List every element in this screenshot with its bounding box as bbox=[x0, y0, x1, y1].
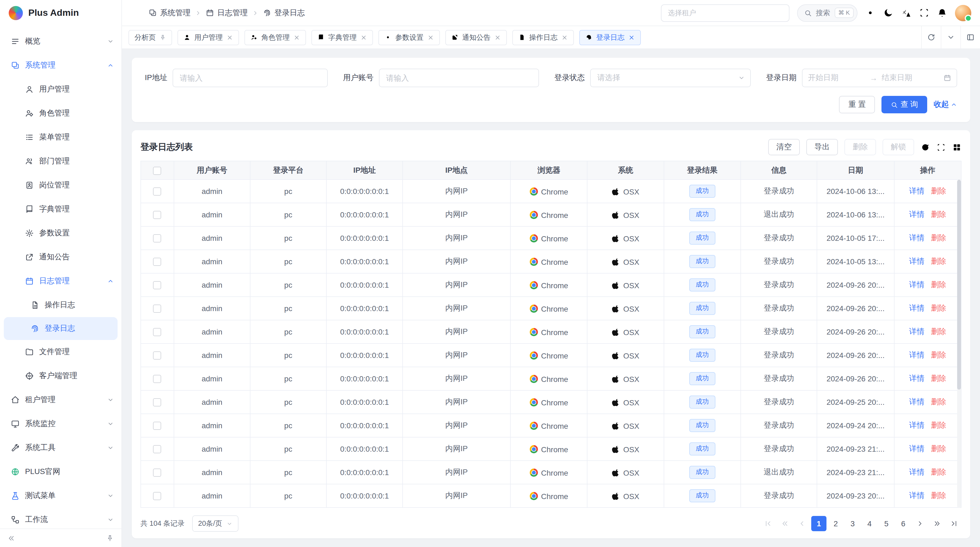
detail-link[interactable]: 详情 bbox=[909, 210, 924, 218]
sidebar-item-client-mgmt[interactable]: 客户端管理 bbox=[0, 364, 121, 388]
close-icon[interactable] bbox=[494, 34, 501, 41]
next-page-button[interactable] bbox=[913, 516, 928, 531]
delete-link[interactable]: 删除 bbox=[931, 397, 946, 406]
query-button[interactable]: 查 询 bbox=[881, 96, 927, 113]
row-checkbox[interactable] bbox=[153, 422, 161, 430]
unlock-button[interactable]: 解锁 bbox=[883, 139, 914, 155]
close-icon[interactable] bbox=[561, 34, 568, 41]
close-icon[interactable] bbox=[628, 34, 635, 41]
sidebar-item-login-log[interactable]: 登录日志 bbox=[4, 317, 118, 340]
row-checkbox[interactable] bbox=[153, 375, 161, 383]
sidebar-item-plus-site[interactable]: PLUS官网 bbox=[0, 460, 121, 484]
row-checkbox[interactable] bbox=[153, 234, 161, 243]
translate-icon[interactable] bbox=[901, 8, 912, 18]
layout-panel-button[interactable] bbox=[960, 26, 980, 48]
tab-param-settings[interactable]: 参数设置 bbox=[379, 30, 440, 45]
detail-link[interactable]: 详情 bbox=[909, 303, 924, 312]
delete-link[interactable]: 删除 bbox=[931, 444, 946, 453]
first-page-button[interactable] bbox=[760, 516, 776, 531]
delete-link[interactable]: 删除 bbox=[931, 350, 946, 359]
last-page-button[interactable] bbox=[946, 516, 961, 531]
tab-dict-mgmt[interactable]: 字典管理 bbox=[312, 30, 373, 45]
page-number-4[interactable]: 4 bbox=[862, 516, 877, 531]
sidebar-item-system-mgmt[interactable]: 系统管理 bbox=[0, 53, 121, 77]
tab-analysis[interactable]: 分析页 bbox=[129, 30, 172, 45]
sidebar-item-file-mgmt[interactable]: 文件管理 bbox=[0, 340, 121, 364]
tab-role-mgmt[interactable]: 角色管理 bbox=[245, 30, 306, 45]
sidebar-item-notice[interactable]: 通知公告 bbox=[0, 245, 121, 269]
tab-notice[interactable]: 通知公告 bbox=[445, 30, 507, 45]
notification-bell-icon[interactable] bbox=[937, 8, 947, 18]
detail-link[interactable]: 详情 bbox=[909, 327, 924, 336]
detail-link[interactable]: 详情 bbox=[909, 421, 924, 429]
clear-button[interactable]: 清空 bbox=[768, 139, 800, 155]
delete-link[interactable]: 删除 bbox=[931, 233, 946, 242]
delete-link[interactable]: 删除 bbox=[931, 421, 946, 429]
delete-link[interactable]: 删除 bbox=[931, 210, 946, 218]
global-search[interactable]: 搜索 ⌘ K bbox=[797, 4, 858, 22]
account-input[interactable] bbox=[379, 69, 539, 87]
page-number-1[interactable]: 1 bbox=[811, 516, 826, 531]
delete-button[interactable]: 删除 bbox=[845, 139, 876, 155]
reset-button[interactable]: 重 置 bbox=[839, 96, 875, 113]
sidebar-item-post-mgmt[interactable]: 岗位管理 bbox=[0, 173, 121, 197]
delete-link[interactable]: 删除 bbox=[931, 491, 946, 499]
tab-login-log[interactable]: 登录日志 bbox=[579, 30, 641, 45]
detail-link[interactable]: 详情 bbox=[909, 233, 924, 242]
column-settings-grid-icon[interactable] bbox=[952, 142, 961, 152]
row-checkbox[interactable] bbox=[153, 211, 161, 219]
breadcrumb-login-log[interactable]: 登录日志 bbox=[263, 8, 305, 18]
sidebar-item-tenant-mgmt[interactable]: 租户管理 bbox=[0, 388, 121, 412]
collapse-filter-link[interactable]: 收起 bbox=[934, 100, 957, 110]
user-avatar[interactable] bbox=[955, 5, 971, 21]
tab-options-chevron[interactable] bbox=[941, 26, 960, 48]
sidebar-item-user-mgmt[interactable]: 用户管理 bbox=[0, 77, 121, 101]
pin-sidebar-icon[interactable] bbox=[106, 534, 114, 542]
detail-link[interactable]: 详情 bbox=[909, 257, 924, 265]
fullscreen-icon[interactable] bbox=[937, 142, 946, 152]
collapse-sidebar-icon[interactable] bbox=[8, 534, 15, 542]
row-checkbox[interactable] bbox=[153, 188, 161, 196]
export-button[interactable]: 导出 bbox=[806, 139, 838, 155]
table-scrollbar[interactable] bbox=[957, 180, 961, 508]
delete-link[interactable]: 删除 bbox=[931, 257, 946, 265]
scrollbar-thumb[interactable] bbox=[957, 180, 961, 390]
sidebar-item-operation-log[interactable]: 操作日志 bbox=[0, 293, 121, 317]
detail-link[interactable]: 详情 bbox=[909, 374, 924, 383]
login-date-range[interactable]: 开始日期 → 结束日期 bbox=[802, 69, 957, 87]
close-icon[interactable] bbox=[226, 34, 233, 41]
refresh-icon[interactable] bbox=[921, 142, 930, 152]
detail-link[interactable]: 详情 bbox=[909, 491, 924, 499]
row-checkbox[interactable] bbox=[153, 399, 161, 407]
row-checkbox[interactable] bbox=[153, 492, 161, 501]
page-number-5[interactable]: 5 bbox=[879, 516, 894, 531]
delete-link[interactable]: 删除 bbox=[931, 327, 946, 336]
row-checkbox[interactable] bbox=[153, 258, 161, 266]
sidebar-item-dict-mgmt[interactable]: 字典管理 bbox=[0, 197, 121, 221]
delete-link[interactable]: 删除 bbox=[931, 186, 946, 195]
hamburger-menu-icon[interactable] bbox=[130, 8, 141, 18]
login-status-select[interactable]: 请选择 bbox=[590, 69, 751, 87]
delete-link[interactable]: 删除 bbox=[931, 280, 946, 289]
sidebar-item-param-settings[interactable]: 参数设置 bbox=[0, 221, 121, 245]
sidebar-item-system-monitor[interactable]: 系统监控 bbox=[0, 412, 121, 436]
sidebar-item-role-mgmt[interactable]: 角色管理 bbox=[0, 101, 121, 125]
detail-link[interactable]: 详情 bbox=[909, 280, 924, 289]
select-all-checkbox[interactable] bbox=[153, 167, 161, 175]
jump-back-button[interactable] bbox=[778, 516, 793, 531]
page-number-6[interactable]: 6 bbox=[896, 516, 911, 531]
page-number-3[interactable]: 3 bbox=[845, 516, 860, 531]
row-checkbox[interactable] bbox=[153, 469, 161, 477]
delete-link[interactable]: 删除 bbox=[931, 303, 946, 312]
refresh-tab-button[interactable] bbox=[921, 26, 941, 48]
ip-input[interactable] bbox=[173, 69, 328, 87]
detail-link[interactable]: 详情 bbox=[909, 444, 924, 453]
page-number-2[interactable]: 2 bbox=[828, 516, 843, 531]
detail-link[interactable]: 详情 bbox=[909, 467, 924, 476]
settings-gear-icon[interactable] bbox=[865, 8, 875, 18]
row-checkbox[interactable] bbox=[153, 445, 161, 454]
sidebar-item-system-tools[interactable]: 系统工具 bbox=[0, 436, 121, 460]
breadcrumb-log-mgmt[interactable]: 日志管理 bbox=[206, 8, 248, 18]
detail-link[interactable]: 详情 bbox=[909, 350, 924, 359]
sidebar-item-log-mgmt[interactable]: 日志管理 bbox=[0, 269, 121, 293]
